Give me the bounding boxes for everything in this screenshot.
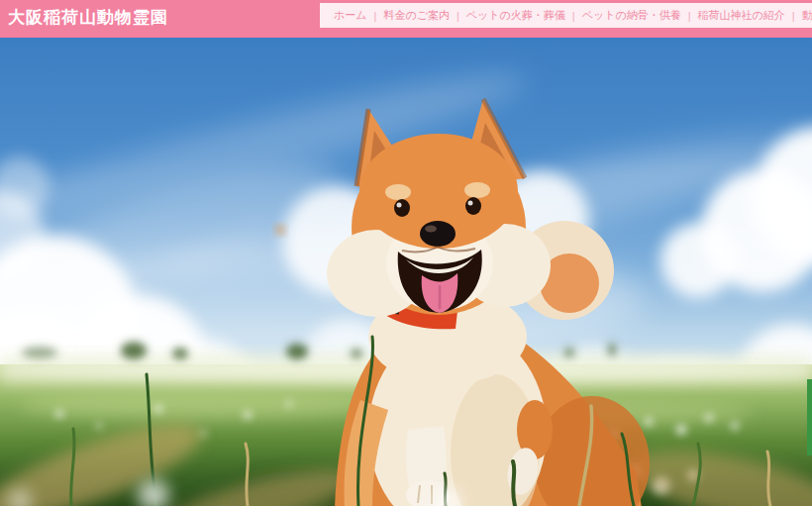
nav-divider: | xyxy=(792,10,795,22)
nav-item-cremation[interactable]: ペットの火葬・葬儀 xyxy=(466,8,565,23)
nav-divider: | xyxy=(457,10,459,22)
nav-item-ossuary[interactable]: ペットの納骨・供養 xyxy=(582,8,681,23)
main-nav: ホーム | 料金のご案内 | ペットの火葬・葬儀 | ペットの納骨・供養 | 稲… xyxy=(320,3,812,28)
site-header: 大阪稲荷山動物霊園 ホーム | 料金のご案内 | ペットの火葬・葬儀 | ペット… xyxy=(0,0,812,38)
floating-speck xyxy=(276,226,285,235)
hero-image xyxy=(0,38,812,506)
nav-item-shrine[interactable]: 稲荷山神社の紹介 xyxy=(698,8,785,23)
nav-item-pricing[interactable]: 料金のご案内 xyxy=(383,8,450,23)
nav-item-home[interactable]: ホーム xyxy=(334,8,367,23)
nav-item-memorial[interactable]: 動物供養塚 xyxy=(802,8,812,23)
nav-divider: | xyxy=(688,10,691,22)
nav-divider: | xyxy=(572,10,575,22)
side-banner-partial[interactable] xyxy=(807,379,812,455)
nav-divider: | xyxy=(374,10,377,22)
page: 大阪稲荷山動物霊園 ホーム | 料金のご案内 | ペットの火葬・葬儀 | ペット… xyxy=(0,0,812,506)
site-title-link[interactable]: 大阪稲荷山動物霊園 xyxy=(8,0,168,36)
